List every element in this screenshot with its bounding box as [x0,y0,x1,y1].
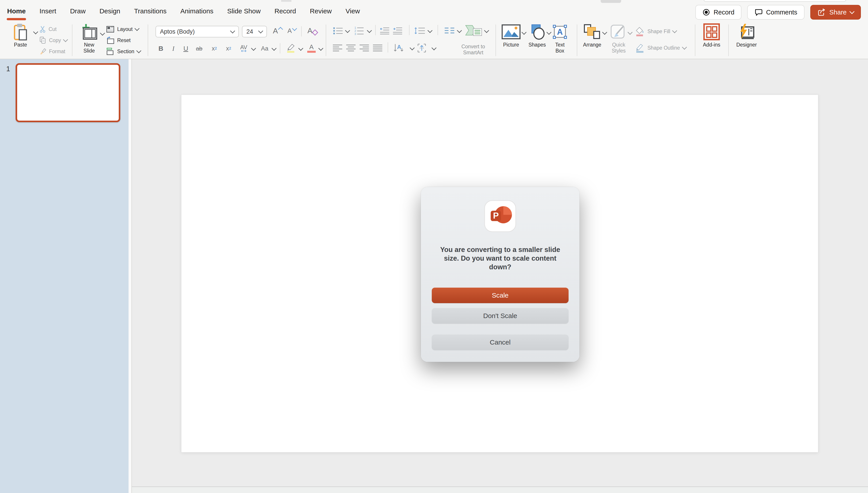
group-divider [695,24,695,56]
dont-scale-button[interactable]: Don't Scale [432,308,569,324]
columns-button[interactable] [443,25,456,36]
tab-design[interactable]: Design [99,6,121,16]
svg-text:1: 1 [355,26,356,29]
highlight-pen-icon [286,43,296,53]
align-right-button[interactable] [359,43,370,53]
powerpoint-logo-icon: P [484,200,517,232]
character-spacing-button[interactable]: AV [237,43,250,54]
highlight-chevron-icon[interactable] [298,46,303,51]
font-size-select[interactable]: 24 [242,26,267,37]
picture-button[interactable]: Picture [500,23,522,48]
vertical-align-chevron-icon[interactable] [431,45,437,50]
tab-view[interactable]: View [345,6,360,16]
justify-button[interactable] [372,43,383,53]
highlight-color-button[interactable] [285,43,297,53]
shape-fill-button[interactable]: Shape Fill [635,27,677,36]
slide-thumbnail-panel: 1 [0,59,128,493]
group-divider [72,24,73,56]
copy-chevron-icon[interactable] [63,37,68,42]
shape-outline-icon [635,43,645,53]
add-ins-button[interactable]: Add-ins [701,23,723,48]
font-family-chevron-icon [230,28,235,34]
subscript-button[interactable]: x2 [223,43,235,54]
shapes-button[interactable]: Shapes [528,23,547,48]
reset-button[interactable]: Reset [106,36,130,45]
ribbon: Paste Cut Copy Format [0,22,868,59]
new-slide-chevron-icon[interactable] [100,31,105,36]
format-painter-button[interactable]: Format [39,47,65,56]
copy-button[interactable]: Copy [39,36,67,45]
arrange-button[interactable]: Arrange [582,23,602,48]
tab-home[interactable]: Home [7,6,26,16]
comments-button[interactable]: Comments [747,5,804,20]
numbering-chevron-icon[interactable] [367,28,372,33]
paste-button[interactable]: Paste [10,23,31,48]
align-center-button[interactable] [345,43,357,53]
bold-button[interactable]: B [156,43,166,54]
shrink-font-button[interactable]: A [286,25,298,36]
new-slide-icon [80,23,99,41]
bullets-chevron-icon[interactable] [345,28,350,33]
paste-chevron-icon[interactable] [33,29,38,35]
cut-button[interactable]: Cut [39,24,57,34]
slide-thumbnail[interactable] [16,63,120,122]
section-button[interactable]: Section [106,47,141,56]
chevron-down-icon [849,9,855,14]
scale-button[interactable]: Scale [432,287,569,303]
shape-outline-button[interactable]: Shape Outline [635,43,686,52]
quick-styles-chevron-icon [628,30,633,35]
arrange-chevron-icon[interactable] [602,30,607,35]
record-button[interactable]: Record [695,5,742,20]
tab-slide-show[interactable]: Slide Show [227,6,261,16]
layout-button[interactable]: Layout [106,24,139,34]
font-family-select[interactable]: Aptos (Body) [156,26,239,37]
underline-button[interactable]: U [181,43,191,54]
numbering-button[interactable]: 1 2 3 [354,25,364,36]
strikethrough-button[interactable]: ab [194,43,205,54]
italic-button[interactable]: I [168,43,178,54]
tab-review[interactable]: Review [309,6,332,16]
cancel-button[interactable]: Cancel [432,335,569,350]
window-fragment [704,0,846,2]
comments-icon [754,8,762,16]
line-spacing-chevron-icon[interactable] [427,28,433,33]
tab-draw[interactable]: Draw [69,6,86,16]
align-left-button[interactable] [332,43,343,53]
font-color-button[interactable]: A [306,43,317,53]
text-direction-chevron-icon[interactable] [410,45,415,50]
tab-transitions[interactable]: Transitions [134,6,167,16]
font-color-chevron-icon[interactable] [318,46,323,51]
tab-animations[interactable]: Animations [180,6,214,16]
grow-font-button[interactable]: A [271,25,284,36]
new-slide-button[interactable]: New Slide [78,23,100,54]
text-box-button[interactable]: A Text Box [550,23,569,54]
decrease-indent-button[interactable] [379,25,390,36]
picture-chevron-icon[interactable] [522,30,527,35]
panel-divider[interactable] [128,59,132,493]
tab-insert[interactable]: Insert [39,6,57,16]
convert-smartart-button[interactable] [465,24,483,37]
change-case-chevron-icon[interactable] [271,46,277,51]
superscript-button[interactable]: x2 [208,43,220,54]
bullets-button[interactable] [332,25,344,36]
reset-icon [106,37,115,44]
change-case-button[interactable]: Aa [259,43,271,54]
smartart-chevron-icon[interactable] [484,28,489,33]
increase-indent-button[interactable] [392,25,403,36]
clear-formatting-button[interactable]: A [306,25,319,36]
designer-button[interactable]: Designer [734,23,759,48]
justify-icon [372,44,383,52]
columns-chevron-icon[interactable] [457,28,462,33]
tab-record[interactable]: Record [274,6,297,16]
text-direction-button[interactable]: A [392,43,405,53]
character-spacing-chevron-icon[interactable] [251,46,256,51]
share-button[interactable]: Share [810,5,861,20]
share-icon [817,8,826,16]
vertical-align-button[interactable] [416,43,427,53]
scale-content-dialog: P You are converting to a smaller slide … [421,187,580,362]
slide-number: 1 [6,65,10,73]
quick-styles-button[interactable]: Quick Styles [609,23,628,54]
group-divider [728,24,729,56]
picture-label: Picture [503,42,519,48]
line-spacing-button[interactable] [413,25,426,36]
